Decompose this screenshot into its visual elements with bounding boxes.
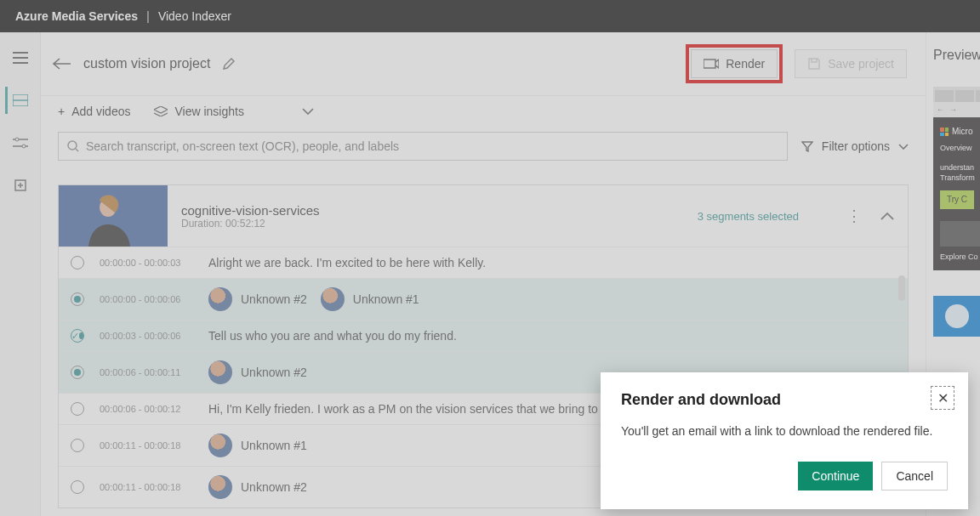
view-insights-label: View insights [174,105,243,118]
video-title: cognitive-vision-services [181,203,320,218]
person-chip[interactable]: Unknown #2 [208,475,307,499]
transcript-row[interactable]: 00:00:00 - 00:00:06Unknown #2Unknown #1 [59,278,908,320]
plus-icon: + [58,105,65,118]
radio-icon[interactable] [71,366,84,379]
layers-icon [154,106,168,116]
avatar [208,360,232,384]
transcript-row[interactable]: ✓00:00:03 - 00:00:06Tell us who you are … [59,320,908,351]
brand-divider: | [146,9,150,23]
person-name: Unknown #2 [241,292,307,306]
svg-point-5 [68,141,77,150]
chevron-down-icon[interactable] [302,108,314,115]
save-label: Save project [828,57,894,71]
checkmark-icon[interactable]: ✓ [71,329,84,343]
search-row: Filter options [41,127,926,166]
search-icon [67,140,79,152]
preview-explore: Explore Co [940,252,980,263]
time-range: 00:00:11 - 00:00:18 [100,440,193,451]
play-icon [945,304,969,328]
toolbar: + Add videos View insights [41,95,926,127]
save-project-button[interactable]: Save project [795,49,907,78]
save-icon [807,57,821,71]
time-range: 00:00:06 - 00:00:12 [100,404,193,414]
product-label: Video Indexer [158,9,231,23]
render-highlight: Render [686,44,783,83]
avatar [321,287,345,311]
continue-button[interactable]: Continue [798,462,873,490]
dialog-body: You'll get an email with a link to downl… [621,424,948,438]
preview-browser: ←→ Micro Overview understan Transform Tr… [933,87,980,270]
time-range: 00:00:11 - 00:00:18 [100,482,193,492]
close-button[interactable]: ✕ [931,386,954,410]
person-name: Unknown #1 [241,439,307,452]
view-insights-button[interactable]: View insights [154,105,243,118]
time-range: 00:00:00 - 00:00:06 [100,294,193,304]
video-thumbnail[interactable] [59,185,168,247]
preview-heading: Preview [933,48,980,63]
avatar [208,287,232,311]
preview-video-player[interactable] [933,296,980,337]
render-label: Render [726,57,765,71]
avatar [208,434,232,457]
export-icon[interactable] [7,172,34,199]
person-name: Unknown #2 [241,366,307,379]
more-icon[interactable]: ⋮ [846,207,862,225]
radio-icon[interactable] [71,480,84,494]
avatar [208,475,232,499]
render-button[interactable]: Render [691,49,778,78]
render-icon [704,58,719,70]
project-name: custom vision project [83,56,210,71]
card-actions: ⋮ [846,185,908,247]
scrollbar-thumb[interactable] [898,275,905,301]
person-chip[interactable]: Unknown #2 [208,287,307,311]
segments-selected: 3 segments selected [698,210,799,223]
cancel-button[interactable]: Cancel [881,462,948,490]
person-chip[interactable]: Unknown #1 [321,287,419,311]
svg-point-1 [15,138,19,141]
preview-line1: understan [940,162,980,173]
add-videos-button[interactable]: + Add videos [58,105,130,118]
people-group: Unknown #1 [208,434,307,457]
edit-icon[interactable] [222,57,236,71]
hamburger-icon[interactable] [7,44,34,71]
brand-label: Azure Media Services [15,9,138,23]
person-name: Unknown #2 [241,480,307,494]
radio-icon[interactable] [71,402,84,416]
add-videos-label: Add videos [71,105,130,118]
dialog-title: Render and download [621,391,948,409]
top-bar: Azure Media Services | Video Indexer [0,0,980,32]
chevron-up-icon[interactable] [880,213,894,220]
video-card-header: cognitive-vision-services Duration: 00:5… [59,185,908,247]
filter-label: Filter options [822,139,890,153]
transcript-row[interactable]: 00:00:00 - 00:00:03Alright we are back. … [59,247,908,278]
search-box[interactable] [58,132,788,161]
people-group: Unknown #2 [208,475,307,499]
filter-options-button[interactable]: Filter options [801,139,909,153]
search-input[interactable] [86,139,778,153]
person-name: Unknown #1 [353,292,419,306]
preview-line2: Transform [940,173,980,184]
title-bar: custom vision project Render Save projec… [41,32,926,95]
render-dialog: ✕ Render and download You'll get an emai… [601,372,968,509]
left-rail [0,32,41,516]
radio-icon[interactable] [71,439,84,452]
person-chip[interactable]: Unknown #2 [208,360,307,384]
radio-icon[interactable] [71,256,84,269]
transcript-text: Hi, I'm Kelly frieden. I work as a PM on… [208,402,638,416]
video-meta: cognitive-vision-services Duration: 00:5… [168,185,846,247]
time-range: 00:00:06 - 00:00:11 [100,367,193,377]
transcript-text: Tell us who you are and what you do my f… [208,329,457,343]
preview-overview: Overview [940,143,980,154]
back-arrow-icon[interactable] [53,58,71,70]
sliders-icon[interactable] [7,129,34,156]
person-chip[interactable]: Unknown #1 [208,434,307,457]
time-range: 00:00:03 - 00:00:06 [100,331,193,341]
preview-try[interactable]: Try C [940,190,974,209]
time-range: 00:00:00 - 00:00:03 [100,258,193,268]
svg-point-2 [22,145,26,148]
people-group: Unknown #2 [208,360,307,384]
chevron-down-icon [898,144,909,150]
radio-icon[interactable] [71,292,84,306]
people-group: Unknown #2Unknown #1 [208,287,419,311]
video-list-icon[interactable] [5,87,32,114]
